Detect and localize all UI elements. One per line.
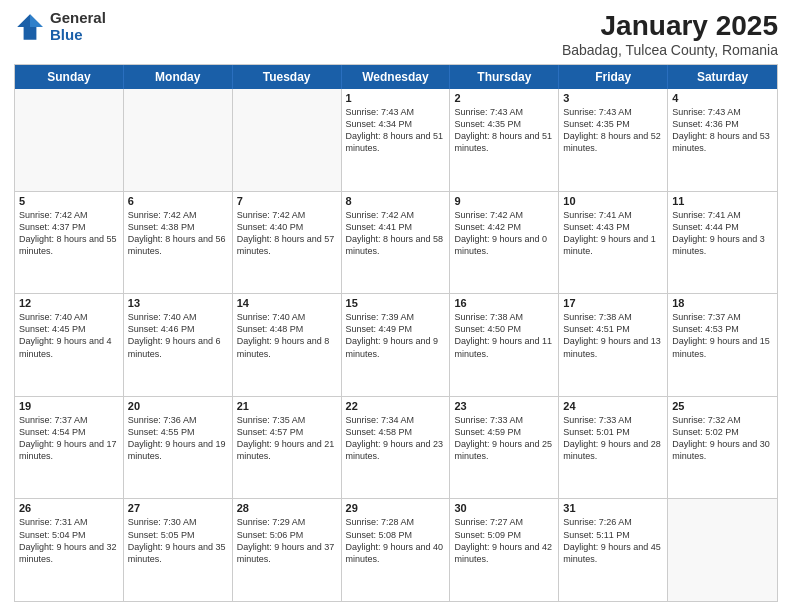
- calendar-cell: 3Sunrise: 7:43 AM Sunset: 4:35 PM Daylig…: [559, 89, 668, 191]
- calendar-cell: 8Sunrise: 7:42 AM Sunset: 4:41 PM Daylig…: [342, 192, 451, 294]
- cell-info: Sunrise: 7:43 AM Sunset: 4:36 PM Dayligh…: [672, 106, 773, 155]
- title-block: January 2025 Babadag, Tulcea County, Rom…: [562, 10, 778, 58]
- day-header-saturday: Saturday: [668, 65, 777, 89]
- day-header-tuesday: Tuesday: [233, 65, 342, 89]
- cell-info: Sunrise: 7:38 AM Sunset: 4:50 PM Dayligh…: [454, 311, 554, 360]
- cell-info: Sunrise: 7:43 AM Sunset: 4:35 PM Dayligh…: [454, 106, 554, 155]
- day-number: 1: [346, 92, 446, 104]
- calendar-row-3: 12Sunrise: 7:40 AM Sunset: 4:45 PM Dayli…: [15, 293, 777, 396]
- day-header-thursday: Thursday: [450, 65, 559, 89]
- cell-info: Sunrise: 7:35 AM Sunset: 4:57 PM Dayligh…: [237, 414, 337, 463]
- calendar-cell: 16Sunrise: 7:38 AM Sunset: 4:50 PM Dayli…: [450, 294, 559, 396]
- day-number: 7: [237, 195, 337, 207]
- day-number: 16: [454, 297, 554, 309]
- day-header-wednesday: Wednesday: [342, 65, 451, 89]
- calendar-cell: 20Sunrise: 7:36 AM Sunset: 4:55 PM Dayli…: [124, 397, 233, 499]
- day-number: 14: [237, 297, 337, 309]
- day-number: 26: [19, 502, 119, 514]
- day-header-friday: Friday: [559, 65, 668, 89]
- day-number: 21: [237, 400, 337, 412]
- calendar-cell: 4Sunrise: 7:43 AM Sunset: 4:36 PM Daylig…: [668, 89, 777, 191]
- day-number: 17: [563, 297, 663, 309]
- calendar-cell: 19Sunrise: 7:37 AM Sunset: 4:54 PM Dayli…: [15, 397, 124, 499]
- calendar-cell: 6Sunrise: 7:42 AM Sunset: 4:38 PM Daylig…: [124, 192, 233, 294]
- day-number: 19: [19, 400, 119, 412]
- cell-info: Sunrise: 7:42 AM Sunset: 4:42 PM Dayligh…: [454, 209, 554, 258]
- calendar-cell: 17Sunrise: 7:38 AM Sunset: 4:51 PM Dayli…: [559, 294, 668, 396]
- calendar-cell: 24Sunrise: 7:33 AM Sunset: 5:01 PM Dayli…: [559, 397, 668, 499]
- day-number: 10: [563, 195, 663, 207]
- day-number: 5: [19, 195, 119, 207]
- svg-marker-1: [30, 14, 43, 27]
- day-number: 31: [563, 502, 663, 514]
- logo-text: General Blue: [50, 10, 106, 43]
- calendar-cell: 23Sunrise: 7:33 AM Sunset: 4:59 PM Dayli…: [450, 397, 559, 499]
- calendar-cell: 31Sunrise: 7:26 AM Sunset: 5:11 PM Dayli…: [559, 499, 668, 601]
- calendar-cell: 21Sunrise: 7:35 AM Sunset: 4:57 PM Dayli…: [233, 397, 342, 499]
- day-number: 20: [128, 400, 228, 412]
- cell-info: Sunrise: 7:34 AM Sunset: 4:58 PM Dayligh…: [346, 414, 446, 463]
- day-number: 4: [672, 92, 773, 104]
- calendar-cell: 26Sunrise: 7:31 AM Sunset: 5:04 PM Dayli…: [15, 499, 124, 601]
- cell-info: Sunrise: 7:30 AM Sunset: 5:05 PM Dayligh…: [128, 516, 228, 565]
- calendar-cell: 22Sunrise: 7:34 AM Sunset: 4:58 PM Dayli…: [342, 397, 451, 499]
- cell-info: Sunrise: 7:33 AM Sunset: 4:59 PM Dayligh…: [454, 414, 554, 463]
- cell-info: Sunrise: 7:29 AM Sunset: 5:06 PM Dayligh…: [237, 516, 337, 565]
- day-number: 3: [563, 92, 663, 104]
- cell-info: Sunrise: 7:32 AM Sunset: 5:02 PM Dayligh…: [672, 414, 773, 463]
- cell-info: Sunrise: 7:42 AM Sunset: 4:38 PM Dayligh…: [128, 209, 228, 258]
- cell-info: Sunrise: 7:41 AM Sunset: 4:44 PM Dayligh…: [672, 209, 773, 258]
- location-title: Babadag, Tulcea County, Romania: [562, 42, 778, 58]
- cell-info: Sunrise: 7:40 AM Sunset: 4:48 PM Dayligh…: [237, 311, 337, 360]
- cell-info: Sunrise: 7:43 AM Sunset: 4:34 PM Dayligh…: [346, 106, 446, 155]
- cell-info: Sunrise: 7:42 AM Sunset: 4:37 PM Dayligh…: [19, 209, 119, 258]
- day-number: 30: [454, 502, 554, 514]
- calendar-cell: 7Sunrise: 7:42 AM Sunset: 4:40 PM Daylig…: [233, 192, 342, 294]
- day-number: 2: [454, 92, 554, 104]
- cell-info: Sunrise: 7:40 AM Sunset: 4:45 PM Dayligh…: [19, 311, 119, 360]
- cell-info: Sunrise: 7:40 AM Sunset: 4:46 PM Dayligh…: [128, 311, 228, 360]
- calendar: SundayMondayTuesdayWednesdayThursdayFrid…: [14, 64, 778, 602]
- calendar-cell: 9Sunrise: 7:42 AM Sunset: 4:42 PM Daylig…: [450, 192, 559, 294]
- header: General Blue January 2025 Babadag, Tulce…: [14, 10, 778, 58]
- day-number: 24: [563, 400, 663, 412]
- day-number: 22: [346, 400, 446, 412]
- logo-general-text: General: [50, 10, 106, 27]
- calendar-cell: 18Sunrise: 7:37 AM Sunset: 4:53 PM Dayli…: [668, 294, 777, 396]
- calendar-header: SundayMondayTuesdayWednesdayThursdayFrid…: [15, 65, 777, 89]
- day-number: 8: [346, 195, 446, 207]
- calendar-row-5: 26Sunrise: 7:31 AM Sunset: 5:04 PM Dayli…: [15, 498, 777, 601]
- day-number: 18: [672, 297, 773, 309]
- day-header-monday: Monday: [124, 65, 233, 89]
- day-number: 9: [454, 195, 554, 207]
- logo-blue-text: Blue: [50, 27, 106, 44]
- cell-info: Sunrise: 7:36 AM Sunset: 4:55 PM Dayligh…: [128, 414, 228, 463]
- calendar-cell: 11Sunrise: 7:41 AM Sunset: 4:44 PM Dayli…: [668, 192, 777, 294]
- calendar-row-1: 1Sunrise: 7:43 AM Sunset: 4:34 PM Daylig…: [15, 89, 777, 191]
- cell-info: Sunrise: 7:28 AM Sunset: 5:08 PM Dayligh…: [346, 516, 446, 565]
- calendar-cell: 30Sunrise: 7:27 AM Sunset: 5:09 PM Dayli…: [450, 499, 559, 601]
- calendar-row-2: 5Sunrise: 7:42 AM Sunset: 4:37 PM Daylig…: [15, 191, 777, 294]
- day-number: 13: [128, 297, 228, 309]
- cell-info: Sunrise: 7:37 AM Sunset: 4:54 PM Dayligh…: [19, 414, 119, 463]
- calendar-body: 1Sunrise: 7:43 AM Sunset: 4:34 PM Daylig…: [15, 89, 777, 601]
- calendar-cell: 28Sunrise: 7:29 AM Sunset: 5:06 PM Dayli…: [233, 499, 342, 601]
- calendar-cell: [668, 499, 777, 601]
- cell-info: Sunrise: 7:37 AM Sunset: 4:53 PM Dayligh…: [672, 311, 773, 360]
- calendar-cell: 1Sunrise: 7:43 AM Sunset: 4:34 PM Daylig…: [342, 89, 451, 191]
- calendar-cell: 14Sunrise: 7:40 AM Sunset: 4:48 PM Dayli…: [233, 294, 342, 396]
- day-number: 23: [454, 400, 554, 412]
- calendar-row-4: 19Sunrise: 7:37 AM Sunset: 4:54 PM Dayli…: [15, 396, 777, 499]
- cell-info: Sunrise: 7:26 AM Sunset: 5:11 PM Dayligh…: [563, 516, 663, 565]
- calendar-cell: 13Sunrise: 7:40 AM Sunset: 4:46 PM Dayli…: [124, 294, 233, 396]
- calendar-cell: 29Sunrise: 7:28 AM Sunset: 5:08 PM Dayli…: [342, 499, 451, 601]
- cell-info: Sunrise: 7:41 AM Sunset: 4:43 PM Dayligh…: [563, 209, 663, 258]
- calendar-cell: 25Sunrise: 7:32 AM Sunset: 5:02 PM Dayli…: [668, 397, 777, 499]
- day-number: 29: [346, 502, 446, 514]
- cell-info: Sunrise: 7:42 AM Sunset: 4:40 PM Dayligh…: [237, 209, 337, 258]
- calendar-cell: 27Sunrise: 7:30 AM Sunset: 5:05 PM Dayli…: [124, 499, 233, 601]
- calendar-cell: [233, 89, 342, 191]
- cell-info: Sunrise: 7:43 AM Sunset: 4:35 PM Dayligh…: [563, 106, 663, 155]
- cell-info: Sunrise: 7:39 AM Sunset: 4:49 PM Dayligh…: [346, 311, 446, 360]
- page: General Blue January 2025 Babadag, Tulce…: [0, 0, 792, 612]
